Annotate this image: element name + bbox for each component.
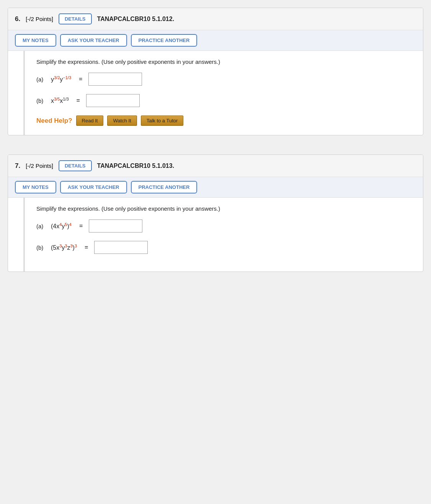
problem-7-points: [-/2 Points]: [26, 163, 53, 169]
problem-7-part-a: (a) (4x4y5)4 =: [36, 219, 411, 232]
problem-6-details-button[interactable]: DETAILS: [59, 13, 92, 24]
need-help-row-6: Need Help? Read It Watch It Talk to a Tu…: [36, 115, 411, 126]
problem-7-part-b: (b) (5x3y3z3)3 =: [36, 241, 411, 254]
problem-6: 6. [-/2 Points] DETAILS TANAPCALCBR10 5.…: [8, 8, 423, 135]
problem-6-instruction: Simplify the expressions. (Use only posi…: [36, 59, 411, 65]
problem-6-code: TANAPCALCBR10 5.1.012.: [97, 16, 175, 23]
my-notes-button-7[interactable]: MY NOTES: [15, 181, 56, 193]
part-b-input-7[interactable]: [94, 241, 148, 254]
problem-6-part-b: (b) x3/5x1/3 =: [36, 94, 411, 107]
problem-7-number: 7.: [15, 162, 20, 170]
read-it-button-6[interactable]: Read It: [76, 115, 104, 126]
talk-to-tutor-button-6[interactable]: Talk to a Tutor: [141, 115, 184, 126]
problem-6-header: 6. [-/2 Points] DETAILS TANAPCALCBR10 5.…: [8, 8, 423, 30]
problem-7-details-button[interactable]: DETAILS: [59, 160, 92, 171]
problem-7-header: 7. [-/2 Points] DETAILS TANAPCALCBR10 5.…: [8, 155, 423, 177]
ask-teacher-button-7[interactable]: ASK YOUR TEACHER: [60, 181, 127, 193]
watch-it-button-6[interactable]: Watch It: [107, 115, 137, 126]
problem-6-actions: MY NOTES ASK YOUR TEACHER PRACTICE ANOTH…: [8, 30, 423, 51]
problem-7-instruction: Simplify the expressions. (Use only posi…: [36, 205, 411, 212]
part-b-label-6: (b): [36, 98, 47, 104]
problem-7: 7. [-/2 Points] DETAILS TANAPCALCBR10 5.…: [8, 154, 423, 272]
ask-teacher-button-6[interactable]: ASK YOUR TEACHER: [60, 34, 127, 47]
practice-another-button-6[interactable]: PRACTICE ANOTHER: [131, 34, 198, 47]
part-b-expr-7: (5x3y3z3)3: [51, 244, 77, 251]
problem-7-code: TANAPCALCBR10 5.1.013.: [97, 163, 175, 169]
part-b-expr-6: x3/5x1/3: [51, 97, 69, 104]
part-a-label-6: (a): [36, 76, 47, 83]
problem-6-number: 6.: [15, 15, 20, 23]
part-a-input-7[interactable]: [89, 219, 142, 232]
part-a-expr-7: (4x4y5)4: [51, 222, 72, 230]
part-a-input-6[interactable]: [88, 73, 142, 86]
problem-7-body: Simplify the expressions. (Use only posi…: [23, 198, 423, 272]
part-a-label-7: (a): [36, 223, 47, 229]
problem-6-body: Simplify the expressions. (Use only posi…: [23, 51, 423, 135]
problem-7-actions: MY NOTES ASK YOUR TEACHER PRACTICE ANOTH…: [8, 177, 423, 198]
need-help-label-6: Need Help?: [36, 117, 72, 125]
problem-6-points: [-/2 Points]: [26, 16, 53, 22]
part-b-input-6[interactable]: [86, 94, 140, 107]
part-a-expr-6: y3/2y−1/3: [51, 75, 71, 83]
my-notes-button-6[interactable]: MY NOTES: [15, 34, 56, 47]
problem-6-part-a: (a) y3/2y−1/3 =: [36, 73, 411, 86]
practice-another-button-7[interactable]: PRACTICE ANOTHER: [131, 181, 198, 193]
part-b-label-7: (b): [36, 244, 47, 251]
